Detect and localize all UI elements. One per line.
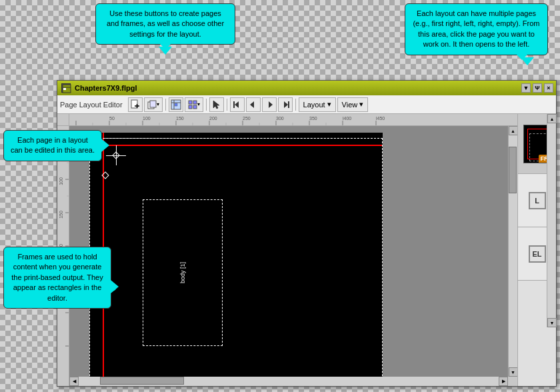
svg-rect-2 (63, 88, 66, 90)
svg-text:350: 350 (309, 116, 317, 121)
svg-text:l450: l450 (376, 116, 385, 121)
scroll-thumb-horizontal[interactable] (100, 377, 184, 385)
tooltip-bottom-left-text: Frames are used to hold content when you… (11, 253, 103, 302)
bottom-scrollbar[interactable] (69, 377, 517, 386)
copy-button[interactable]: ▾ (144, 97, 163, 112)
window-title: Chapters7X9.flpgl (75, 84, 137, 92)
title-bar: Chapters7X9.flpgl ▼ Ψ × (57, 81, 556, 95)
scroll-right-button[interactable] (499, 377, 508, 386)
svg-marker-18 (235, 101, 239, 108)
svg-rect-14 (189, 105, 192, 109)
tooltip-top-right-text: Each layout can have multiple pages (e.g… (413, 9, 539, 48)
view-label: View (342, 101, 358, 109)
separator-3 (227, 99, 227, 111)
move-to-first-button[interactable] (230, 97, 245, 112)
scroll-down-button[interactable] (509, 367, 518, 377)
toolbar-label: Page Layout Editor (60, 101, 123, 109)
right-panel-scrollbar[interactable] (547, 114, 556, 327)
close-button[interactable]: × (544, 83, 553, 93)
svg-text:250: 250 (243, 116, 251, 121)
svg-text:150: 150 (176, 116, 184, 121)
page-el-button[interactable]: EL (529, 245, 546, 263)
svg-text:300: 300 (276, 116, 284, 121)
scroll-track-horizontal[interactable] (79, 377, 499, 386)
right-panel: FR L EL (517, 114, 556, 386)
tooltip-top-right: Each layout can have multiple pages (e.g… (405, 3, 548, 55)
new-page-button[interactable] (128, 97, 143, 112)
pin2-button[interactable]: Ψ (533, 83, 542, 93)
separator-1 (165, 99, 166, 111)
content-area: 50 100 150 200 (57, 114, 556, 386)
pointer-tool[interactable] (209, 97, 224, 112)
layout-label: Layout (303, 101, 325, 109)
editor-canvas[interactable]: body [1] (69, 126, 508, 377)
main-window: Chapters7X9.flpgl ▼ Ψ × Page Layout Edit… (57, 80, 557, 387)
title-bar-controls: ▼ Ψ × (521, 83, 553, 93)
svg-marker-20 (269, 101, 273, 108)
tooltip-bottom-left: Frames are used to hold content when you… (3, 247, 111, 309)
svg-rect-7 (150, 101, 156, 107)
vertical-scrollbar[interactable] (508, 126, 517, 377)
ruler-corner (57, 114, 69, 126)
tooltip-top-left: Use these buttons to create pages and fr… (95, 3, 235, 45)
svg-rect-15 (193, 105, 197, 109)
right-scroll-down[interactable] (547, 318, 556, 327)
tooltip-top-left-text: Use these buttons to create pages and fr… (107, 9, 224, 38)
move-next-button[interactable] (262, 97, 277, 112)
right-scroll-track[interactable] (547, 123, 556, 318)
scrollbar-corner (508, 377, 517, 386)
toolbar: Page Layout Editor ▾ (57, 95, 556, 114)
scroll-up-button[interactable] (509, 126, 518, 135)
svg-marker-19 (250, 101, 254, 108)
layout-arrow-icon: ▾ (327, 100, 331, 109)
svg-text:150: 150 (59, 211, 63, 219)
svg-text:50: 50 (109, 116, 115, 121)
page-settings-button[interactable] (169, 97, 183, 112)
grid-button[interactable]: ▾ (185, 97, 203, 112)
tooltip-left-page: Each page in a layout can be edited in t… (3, 130, 102, 161)
svg-marker-16 (213, 101, 219, 109)
scroll-track-vertical[interactable] (509, 135, 517, 367)
svg-text:100: 100 (143, 116, 151, 121)
svg-rect-11 (175, 103, 177, 106)
svg-text:200: 200 (209, 116, 217, 121)
page-l-button[interactable]: L (529, 192, 546, 209)
view-dropdown[interactable]: View ▾ (337, 97, 369, 112)
svg-marker-22 (284, 101, 288, 108)
right-scroll-up[interactable] (547, 114, 556, 123)
view-arrow-icon: ▾ (359, 100, 363, 109)
scroll-left-button[interactable] (69, 377, 79, 386)
body-frame: body [1] (143, 199, 223, 346)
separator-2 (206, 99, 207, 111)
svg-rect-13 (193, 101, 197, 104)
editor-wrapper: 50 100 150 200 250 300 350 (69, 114, 517, 386)
layout-dropdown[interactable]: Layout ▾ (299, 97, 336, 112)
window-icon (61, 83, 71, 93)
marker-diamond (103, 173, 108, 178)
scroll-thumb-vertical[interactable] (509, 147, 517, 193)
svg-text:l400: l400 (343, 116, 351, 121)
move-prev-button[interactable] (246, 97, 261, 112)
svg-text:100: 100 (59, 177, 63, 185)
move-to-last-button[interactable] (278, 97, 293, 112)
page-area: body [1] (89, 133, 383, 377)
svg-rect-12 (189, 101, 192, 104)
svg-rect-3 (131, 100, 137, 108)
separator-4 (295, 99, 296, 111)
ruler-horizontal: 50 100 150 200 250 300 350 (69, 114, 517, 126)
tooltip-left-page-text: Each page in a layout can be edited in t… (11, 136, 95, 154)
body-frame-label: body [1] (179, 262, 186, 283)
pin-button[interactable]: ▼ (521, 83, 531, 93)
